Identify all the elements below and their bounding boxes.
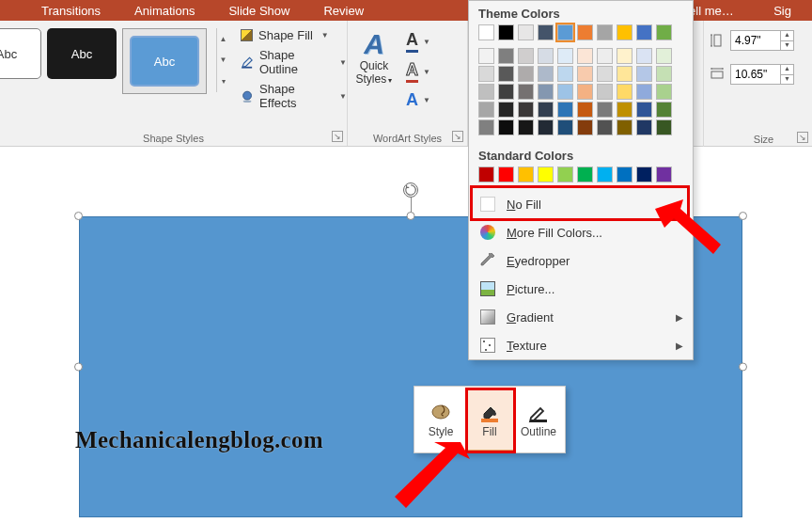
color-swatch[interactable] [538, 48, 554, 64]
height-input[interactable]: 4.97" ▲▼ [730, 30, 794, 51]
color-swatch[interactable] [478, 119, 494, 135]
color-swatch[interactable] [617, 48, 632, 64]
color-swatch[interactable] [538, 119, 554, 135]
color-swatch[interactable] [518, 24, 534, 40]
tab-animations[interactable]: Animations [117, 4, 211, 18]
color-swatch[interactable] [597, 24, 613, 40]
mini-outline-button[interactable]: Outline [514, 388, 563, 451]
color-swatch[interactable] [498, 66, 514, 82]
color-swatch[interactable] [518, 66, 534, 82]
width-input[interactable]: 10.65" ▲▼ [730, 64, 794, 85]
color-swatch[interactable] [538, 24, 554, 40]
color-swatch[interactable] [617, 84, 632, 100]
color-swatch[interactable] [656, 84, 672, 100]
color-swatch[interactable] [577, 166, 593, 182]
quick-styles-button[interactable]: A QuickStyles ▾ [348, 28, 400, 146]
color-swatch[interactable] [597, 84, 613, 100]
picture-fill-item[interactable]: Picture... [469, 275, 693, 303]
color-swatch[interactable] [636, 102, 652, 118]
text-outline-button[interactable]: A▼ [406, 60, 430, 83]
dialog-launcher-wordart[interactable]: ↘ [452, 131, 463, 142]
width-spinner[interactable]: ▲▼ [780, 65, 793, 84]
color-swatch[interactable] [617, 119, 632, 135]
tab-review[interactable]: Review [306, 4, 381, 18]
color-swatch[interactable] [498, 166, 514, 182]
color-swatch-selected[interactable] [557, 24, 573, 40]
shape-style-preview-selected[interactable]: Abc [122, 28, 207, 94]
color-swatch[interactable] [538, 102, 554, 118]
color-swatch[interactable] [498, 24, 514, 40]
resize-handle-w[interactable] [74, 363, 83, 372]
rotate-handle[interactable] [403, 182, 418, 198]
gallery-more-button[interactable]: ▲ ▼ ▾ [216, 28, 229, 92]
color-swatch[interactable] [518, 102, 534, 118]
color-swatch[interactable] [498, 119, 514, 135]
color-swatch[interactable] [478, 24, 494, 40]
color-swatch[interactable] [538, 166, 554, 182]
color-swatch[interactable] [597, 48, 613, 64]
color-swatch[interactable] [518, 119, 534, 135]
color-swatch[interactable] [577, 24, 593, 40]
color-swatch[interactable] [597, 119, 613, 135]
color-swatch[interactable] [597, 102, 613, 118]
color-swatch[interactable] [577, 102, 593, 118]
color-swatch[interactable] [636, 66, 652, 82]
color-swatch[interactable] [577, 84, 593, 100]
resize-handle-ne[interactable] [739, 212, 747, 220]
color-swatch[interactable] [498, 102, 514, 118]
color-swatch[interactable] [636, 48, 652, 64]
color-swatch[interactable] [557, 66, 573, 82]
color-swatch[interactable] [557, 84, 573, 100]
color-swatch[interactable] [538, 84, 554, 100]
tab-sign-in[interactable]: Sig [757, 4, 808, 18]
dialog-launcher-size[interactable]: ↘ [797, 132, 808, 143]
height-spinner[interactable]: ▲▼ [780, 31, 793, 50]
resize-handle-n[interactable] [407, 212, 415, 220]
color-swatch[interactable] [656, 66, 672, 82]
resize-handle-nw[interactable] [74, 212, 83, 220]
text-effects-button[interactable]: A▼ [406, 90, 430, 110]
color-swatch[interactable] [636, 119, 652, 135]
color-swatch[interactable] [478, 102, 494, 118]
color-swatch[interactable] [518, 48, 534, 64]
mini-fill-button[interactable]: Fill [465, 388, 514, 451]
shape-style-preview-2[interactable]: Abc [47, 28, 117, 79]
resize-handle-e[interactable] [739, 363, 747, 372]
shape-style-gallery[interactable]: Abc Abc Abc ▲ ▼ ▾ [0, 28, 229, 94]
color-swatch[interactable] [557, 119, 573, 135]
text-fill-button[interactable]: A▼ [406, 30, 430, 53]
color-swatch[interactable] [617, 24, 632, 40]
color-swatch[interactable] [656, 166, 672, 182]
color-swatch[interactable] [577, 48, 593, 64]
color-swatch[interactable] [636, 166, 652, 182]
shape-fill-button[interactable]: Shape Fill ▼ [241, 28, 347, 42]
color-swatch[interactable] [597, 66, 613, 82]
color-swatch[interactable] [557, 102, 573, 118]
color-swatch[interactable] [597, 166, 613, 182]
color-swatch[interactable] [656, 102, 672, 118]
color-swatch[interactable] [656, 24, 672, 40]
color-swatch[interactable] [478, 84, 494, 100]
gradient-fill-item[interactable]: Gradient ▶ [469, 303, 693, 331]
color-swatch[interactable] [577, 66, 593, 82]
color-swatch[interactable] [478, 66, 494, 82]
color-swatch[interactable] [478, 48, 494, 64]
shape-effects-button[interactable]: Shape Effects ▼ [241, 82, 347, 110]
color-swatch[interactable] [557, 48, 573, 64]
tab-slideshow[interactable]: Slide Show [211, 4, 306, 18]
color-swatch[interactable] [498, 48, 514, 64]
color-swatch[interactable] [636, 24, 652, 40]
color-swatch[interactable] [538, 66, 554, 82]
dialog-launcher-shape-styles[interactable]: ↘ [332, 131, 343, 142]
color-swatch[interactable] [636, 84, 652, 100]
shape-outline-button[interactable]: Shape Outline ▼ [241, 48, 347, 76]
tab-transitions[interactable]: Transitions [24, 4, 117, 18]
color-swatch[interactable] [617, 66, 632, 82]
color-swatch[interactable] [498, 84, 514, 100]
shape-style-preview-1[interactable]: Abc [0, 28, 41, 79]
color-swatch[interactable] [518, 84, 534, 100]
color-swatch[interactable] [656, 48, 672, 64]
color-swatch[interactable] [478, 166, 494, 182]
texture-fill-item[interactable]: Texture ▶ [469, 331, 693, 359]
color-swatch[interactable] [557, 166, 573, 182]
